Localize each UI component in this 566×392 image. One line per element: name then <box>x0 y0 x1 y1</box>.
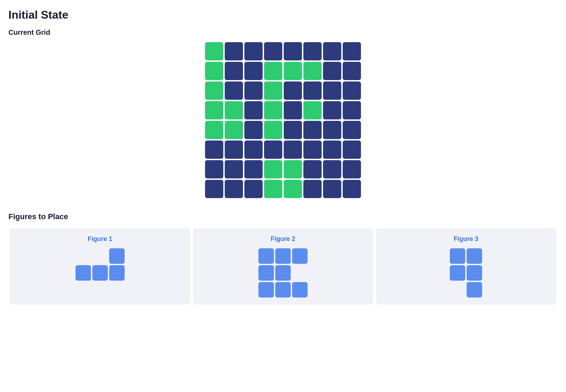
grid-cell-6-0 <box>205 160 223 178</box>
grid-cell-7-3 <box>264 180 282 198</box>
grid-cell-3-2 <box>244 101 263 119</box>
grid-cell-1-2 <box>244 62 263 80</box>
grid-cell-2-3 <box>264 81 282 100</box>
grid-container <box>8 42 558 198</box>
grid-cell-5-4 <box>284 141 302 159</box>
fig-cell-figure2-0-1 <box>275 248 291 264</box>
fig-cell-figure1-1-1 <box>92 265 108 281</box>
grid-cell-7-5 <box>303 180 322 198</box>
grid-cell-7-0 <box>205 180 223 198</box>
fig-cell-figure2-2-0 <box>258 282 274 298</box>
fig-cell-figure3-2-1 <box>467 282 482 298</box>
fig-cell-figure3-2-0 <box>450 282 465 298</box>
figure-title-figure3: Figure 3 <box>454 235 478 243</box>
grid-cell-7-4 <box>284 180 302 198</box>
figures-section: Figures to Place Figure 1Figure 2Figure … <box>8 212 558 306</box>
grid-cell-4-7 <box>343 121 361 139</box>
grid-cell-3-7 <box>343 101 361 119</box>
grid-cell-3-3 <box>264 101 282 119</box>
grid-cell-2-2 <box>244 81 263 100</box>
fig-cell-figure2-0-0 <box>258 248 274 264</box>
grid-cell-2-1 <box>225 81 243 100</box>
grid-cell-6-7 <box>343 160 361 178</box>
grid-cell-7-2 <box>244 180 263 198</box>
grid-cell-7-6 <box>323 180 341 198</box>
grid-cell-4-5 <box>303 121 322 139</box>
fig-cell-figure1-1-0 <box>75 265 91 281</box>
grid-cell-5-3 <box>264 141 282 159</box>
grid-cell-4-0 <box>205 121 223 139</box>
grid-cell-1-1 <box>225 62 243 80</box>
grid-cell-1-7 <box>343 62 361 80</box>
fig-cell-figure2-1-0 <box>258 265 274 281</box>
grid-cell-3-1 <box>225 101 243 119</box>
grid-cell-3-6 <box>323 101 341 119</box>
grid-cell-2-0 <box>205 81 223 100</box>
figure-title-figure2: Figure 2 <box>271 235 295 243</box>
grid-cell-0-3 <box>264 42 282 60</box>
figures-row: Figure 1Figure 2Figure 3 <box>8 227 558 306</box>
grid-cell-7-1 <box>225 180 243 198</box>
figure-title-figure1: Figure 1 <box>88 235 112 243</box>
grid-cell-5-5 <box>303 141 322 159</box>
grid-cell-5-0 <box>205 141 223 159</box>
grid-section-title: Current Grid <box>8 28 558 37</box>
fig-cell-figure2-1-1 <box>275 265 291 281</box>
grid-cell-0-2 <box>244 42 263 60</box>
grid-cell-6-3 <box>264 160 282 178</box>
grid-cell-4-4 <box>284 121 302 139</box>
grid-cell-6-6 <box>323 160 341 178</box>
grid-cell-2-5 <box>303 81 322 100</box>
fig-cell-figure3-0-0 <box>450 248 465 264</box>
grid-cell-6-5 <box>303 160 322 178</box>
grid-cell-0-6 <box>323 42 341 60</box>
grid-cell-4-1 <box>225 121 243 139</box>
grid-cell-0-5 <box>303 42 322 60</box>
grid-cell-3-0 <box>205 101 223 119</box>
fig-cell-figure1-1-2 <box>109 265 125 281</box>
grid-cell-0-4 <box>284 42 302 60</box>
grid-cell-7-7 <box>343 180 361 198</box>
main-grid <box>205 42 361 198</box>
grid-cell-0-7 <box>343 42 361 60</box>
grid-cell-1-0 <box>205 62 223 80</box>
fig-cell-figure1-0-1 <box>92 248 108 264</box>
grid-cell-2-6 <box>323 81 341 100</box>
fig-cell-figure1-0-2 <box>109 248 125 264</box>
figure-card-figure2: Figure 2 <box>193 228 373 305</box>
grid-cell-3-4 <box>284 101 302 119</box>
figure-grid-figure3 <box>450 248 482 298</box>
grid-cell-2-4 <box>284 81 302 100</box>
grid-cell-6-4 <box>284 160 302 178</box>
grid-cell-6-2 <box>244 160 263 178</box>
grid-cell-5-6 <box>323 141 341 159</box>
grid-cell-6-1 <box>225 160 243 178</box>
page-title: Initial State <box>8 8 558 21</box>
fig-cell-figure3-1-1 <box>467 265 482 281</box>
figure-card-figure3: Figure 3 <box>376 228 556 305</box>
grid-cell-4-3 <box>264 121 282 139</box>
fig-cell-figure2-1-2 <box>292 265 308 281</box>
fig-cell-figure2-2-1 <box>275 282 291 298</box>
grid-cell-1-4 <box>284 62 302 80</box>
grid-cell-1-5 <box>303 62 322 80</box>
figure-grid-figure1 <box>75 248 125 281</box>
grid-cell-5-2 <box>244 141 263 159</box>
grid-cell-4-2 <box>244 121 263 139</box>
grid-cell-3-5 <box>303 101 322 119</box>
grid-cell-5-7 <box>343 141 361 159</box>
grid-cell-0-1 <box>225 42 243 60</box>
grid-cell-0-0 <box>205 42 223 60</box>
grid-cell-5-1 <box>225 141 243 159</box>
figure-card-figure1: Figure 1 <box>10 228 190 305</box>
fig-cell-figure3-1-0 <box>450 265 465 281</box>
fig-cell-figure1-0-0 <box>75 248 91 264</box>
fig-cell-figure3-0-1 <box>467 248 482 264</box>
grid-cell-1-6 <box>323 62 341 80</box>
grid-cell-2-7 <box>343 81 361 100</box>
grid-cell-1-3 <box>264 62 282 80</box>
grid-section: Current Grid <box>8 28 558 198</box>
figure-grid-figure2 <box>258 248 308 298</box>
fig-cell-figure2-0-2 <box>292 248 308 264</box>
grid-cell-4-6 <box>323 121 341 139</box>
